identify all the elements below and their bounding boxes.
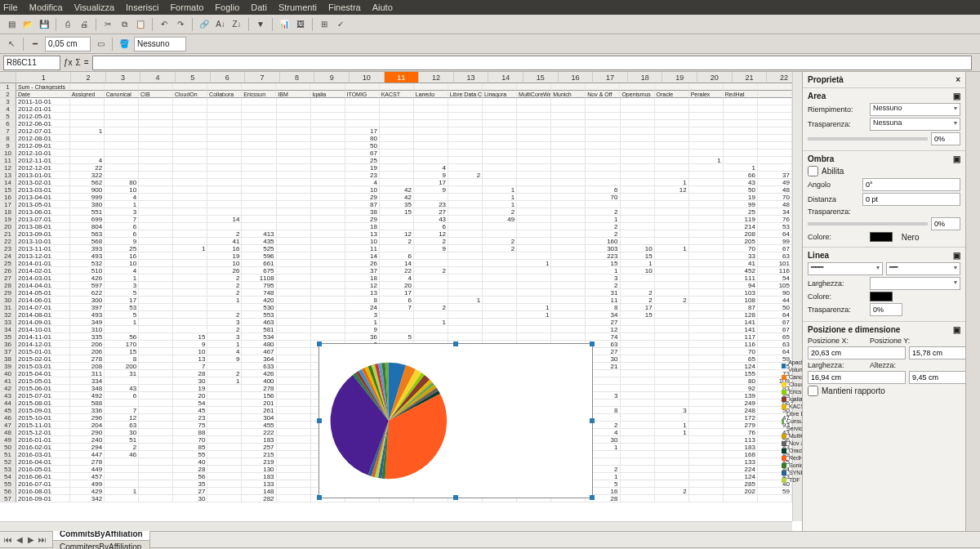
cell[interactable] (655, 392, 689, 399)
col-header-6[interactable]: 6 (211, 72, 246, 83)
cell[interactable] (207, 407, 242, 414)
cell[interactable] (277, 297, 311, 304)
cell[interactable]: 7 (173, 363, 207, 370)
cell[interactable]: 334 (70, 377, 105, 385)
cell[interactable] (380, 98, 414, 105)
cell[interactable] (621, 414, 655, 422)
cell[interactable]: 17 (621, 304, 655, 311)
cell[interactable] (242, 179, 276, 186)
cell[interactable] (207, 451, 242, 458)
cell[interactable] (139, 98, 173, 105)
cell[interactable]: 43 (724, 179, 758, 186)
cell[interactable]: 64 (758, 348, 792, 355)
cell[interactable]: 15 (586, 260, 620, 267)
cell[interactable]: 6 (105, 223, 139, 230)
cell[interactable]: 2016-08-01 (16, 488, 70, 495)
cell[interactable]: 49 (758, 179, 792, 186)
cell[interactable]: 4 (105, 267, 139, 274)
cell[interactable] (277, 230, 311, 238)
shadow-enable-checkbox[interactable] (808, 166, 818, 176)
cell[interactable] (242, 98, 276, 105)
cell[interactable] (311, 113, 345, 120)
menu-help[interactable]: Aiuto (372, 2, 393, 12)
row-header[interactable]: 14 (0, 179, 16, 186)
cell[interactable]: 5 (105, 311, 139, 319)
cell[interactable] (724, 113, 758, 120)
cell[interactable] (311, 142, 345, 150)
menu-window[interactable]: Finestra (328, 2, 361, 12)
cell[interactable] (689, 407, 724, 414)
cell[interactable] (621, 282, 655, 289)
cell[interactable] (483, 172, 517, 179)
cell[interactable]: 18 (345, 223, 380, 230)
row-header[interactable]: 2 (0, 91, 16, 98)
cell[interactable] (277, 208, 311, 216)
cell[interactable] (689, 289, 724, 297)
cell[interactable]: 156 (242, 392, 276, 399)
cell[interactable]: 124 (724, 363, 758, 370)
cell[interactable]: 18 (345, 274, 380, 282)
cell[interactable] (621, 164, 655, 172)
cell[interactable]: 74 (586, 333, 620, 341)
cell[interactable] (621, 105, 655, 113)
cell[interactable] (207, 172, 242, 179)
cell[interactable] (173, 113, 207, 120)
cell[interactable]: 2015-11-01 (16, 422, 70, 429)
cell[interactable] (483, 304, 517, 311)
cell[interactable] (345, 98, 380, 105)
cell[interactable]: 67 (758, 326, 792, 333)
cell[interactable]: 99 (758, 238, 792, 245)
cell[interactable] (139, 150, 173, 157)
cell[interactable] (242, 105, 276, 113)
cell[interactable] (724, 495, 758, 502)
cell[interactable]: 568 (70, 238, 105, 245)
line-width-field[interactable]: 0,05 cm (45, 37, 91, 51)
cell[interactable] (689, 473, 724, 480)
cell[interactable] (483, 113, 517, 120)
cell[interactable] (311, 223, 345, 230)
cell[interactable]: CloudOn (173, 91, 207, 98)
cell[interactable] (173, 267, 207, 274)
cell[interactable] (655, 172, 689, 179)
row-header[interactable]: 27 (0, 274, 16, 282)
horizontal-scrollbar[interactable] (0, 521, 792, 531)
image-icon[interactable]: 🖼 (294, 18, 307, 31)
cell[interactable] (621, 466, 655, 473)
cell[interactable] (311, 282, 345, 289)
cell[interactable] (689, 172, 724, 179)
cell[interactable]: 310 (70, 326, 105, 333)
cell[interactable] (242, 113, 276, 120)
cell[interactable]: 17 (414, 179, 448, 186)
row-header[interactable]: 5 (0, 113, 16, 120)
cell[interactable] (689, 444, 724, 451)
cell[interactable] (586, 113, 620, 120)
cell[interactable] (105, 127, 139, 135)
cell[interactable] (551, 127, 586, 135)
cell[interactable] (724, 150, 758, 157)
cell[interactable]: 23 (173, 414, 207, 422)
cell[interactable] (551, 289, 586, 297)
cell[interactable]: 1 (345, 319, 380, 326)
cell[interactable] (311, 98, 345, 105)
cell[interactable]: 51 (105, 436, 139, 444)
cell[interactable] (242, 142, 276, 150)
cell[interactable]: 1 (207, 297, 242, 304)
cell[interactable]: 278 (70, 355, 105, 363)
cell[interactable]: 661 (242, 260, 276, 267)
cell[interactable]: 183 (242, 473, 276, 480)
col-header-15[interactable]: 15 (523, 72, 559, 83)
cell[interactable] (207, 194, 242, 201)
cell[interactable] (551, 208, 586, 216)
cell[interactable]: 37 (345, 267, 380, 274)
cell[interactable]: 6 (586, 186, 620, 194)
cell[interactable]: 8 (586, 304, 620, 311)
cell[interactable] (139, 348, 173, 355)
cell[interactable] (105, 150, 139, 157)
cell[interactable]: 10 (345, 238, 380, 245)
cell[interactable] (621, 370, 655, 377)
cell[interactable] (207, 223, 242, 230)
cell[interactable] (551, 230, 586, 238)
cell[interactable]: 1 (724, 164, 758, 172)
cell[interactable] (105, 83, 139, 91)
cell[interactable] (621, 216, 655, 223)
